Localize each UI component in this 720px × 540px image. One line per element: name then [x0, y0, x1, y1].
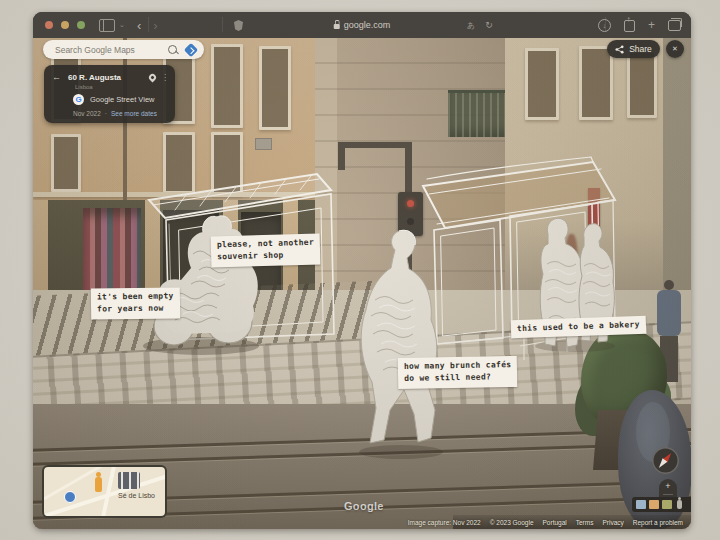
- zoom-window-button[interactable]: [77, 21, 85, 29]
- annotation-note: how many brunch cafés do we still need?: [398, 356, 518, 389]
- address-bar[interactable]: google.com: [334, 12, 391, 38]
- google-logo-icon: G: [73, 94, 84, 105]
- annotation-note: it's been empty for years now: [91, 287, 180, 319]
- capture-date-label: Nov 2022: [73, 110, 101, 117]
- reload-button[interactable]: ↻: [485, 20, 493, 30]
- imagery-thumbnail[interactable]: [662, 500, 672, 509]
- imagery-thumbnail[interactable]: [649, 500, 659, 509]
- forward-button[interactable]: ›: [153, 19, 157, 32]
- attribution-link[interactable]: Report a problem: [633, 519, 683, 526]
- search-box[interactable]: [43, 40, 204, 59]
- place-title: 60 R. Augusta: [68, 73, 121, 82]
- share-icon: [615, 45, 624, 54]
- minimize-window-button[interactable]: [61, 21, 69, 29]
- share-button[interactable]: Share: [607, 40, 660, 58]
- divider: [663, 494, 673, 495]
- see-more-dates-link[interactable]: See more dates: [111, 110, 157, 117]
- minimap[interactable]: Sé de Lisbo: [42, 465, 167, 518]
- sidebar-toggle-icon[interactable]: [99, 19, 115, 32]
- new-tab-button[interactable]: +: [648, 18, 655, 32]
- copyright-text: © 2023 Google: [490, 519, 534, 526]
- privacy-shield-icon[interactable]: [234, 20, 243, 31]
- browser-window: ⌄ ‹ › google.com あ ↻ ↓ +: [33, 12, 691, 529]
- zoom-in-button[interactable]: +: [665, 481, 670, 491]
- pegman-mini-icon[interactable]: [677, 500, 682, 509]
- imagery-thumbnail[interactable]: [636, 500, 646, 509]
- toolbar-divider: [148, 17, 149, 32]
- search-input[interactable]: [53, 44, 168, 56]
- place-subtitle: Lisboa: [75, 84, 93, 90]
- street-view-source-label: Google Street View: [90, 95, 154, 104]
- back-button[interactable]: ‹: [137, 19, 141, 32]
- downloads-icon[interactable]: ↓: [598, 19, 611, 32]
- dot-separator: ·: [105, 110, 107, 117]
- search-icon[interactable]: [168, 45, 177, 54]
- panel-back-button[interactable]: ←: [52, 72, 61, 82]
- annotation-note: please, not another souvenir shop: [211, 234, 321, 268]
- lock-icon: [334, 24, 340, 29]
- chevron-down-icon[interactable]: ⌄: [119, 21, 125, 29]
- google-watermark: Google: [344, 500, 384, 512]
- metro-station-icon: [64, 491, 76, 503]
- close-window-button[interactable]: [45, 21, 53, 29]
- sketch-walking-figure: [359, 230, 443, 459]
- imagery-thumbnails[interactable]: [632, 497, 691, 512]
- place-panel: ← 60 R. Augusta ⋮ Lisboa G Google Street…: [44, 65, 175, 123]
- close-street-view-button[interactable]: ✕: [666, 40, 684, 58]
- url-text: google.com: [344, 20, 391, 30]
- overflow-menu-button[interactable]: ⋮: [161, 73, 169, 82]
- toolbar-right-cluster: ↓ +: [598, 12, 681, 38]
- sketch-awning-right: [423, 157, 615, 228]
- sketch-awning-left: [149, 174, 331, 218]
- toolbar-divider: [222, 17, 223, 32]
- browser-share-icon[interactable]: [624, 20, 635, 32]
- tab-overview-icon[interactable]: [668, 20, 681, 31]
- compass-needle-south: [656, 458, 667, 470]
- landmark-building-icon: [118, 472, 140, 489]
- attribution-link[interactable]: Portugal: [543, 519, 567, 526]
- attribution-link[interactable]: Privacy: [602, 519, 623, 526]
- share-label: Share: [629, 44, 652, 54]
- window-controls: [45, 21, 85, 29]
- minimap-place-label: Sé de Lisbo: [118, 492, 155, 499]
- browser-toolbar: ⌄ ‹ › google.com あ ↻ ↓ +: [33, 12, 691, 38]
- page-tools: あ ↻: [467, 12, 493, 38]
- pegman-icon[interactable]: [95, 477, 102, 492]
- compass-control[interactable]: [652, 447, 679, 474]
- directions-icon[interactable]: [184, 42, 198, 56]
- attribution-bar: Image capture: Nov 2022 © 2023 Google Po…: [453, 515, 691, 529]
- translate-icon[interactable]: あ: [467, 20, 475, 31]
- map-pin-icon: [148, 72, 158, 82]
- attribution-link[interactable]: Terms: [576, 519, 594, 526]
- image-capture-date: Image capture: Nov 2022: [408, 519, 481, 526]
